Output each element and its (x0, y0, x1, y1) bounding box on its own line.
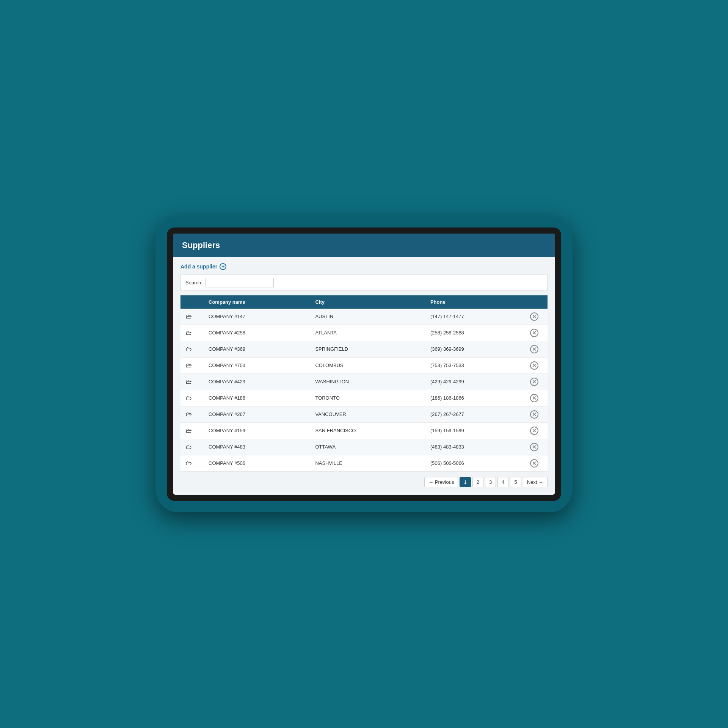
company-name-cell: COMPANY #483 (203, 439, 310, 455)
phone-cell: (753) 753-7533 (425, 357, 525, 373)
delete-button[interactable]: ✕ (530, 329, 538, 337)
add-supplier-label: Add a supplier (180, 264, 217, 270)
delete-button[interactable]: ✕ (530, 394, 538, 402)
company-name-cell: COMPANY #267 (203, 406, 310, 422)
col-phone: Phone (425, 295, 525, 309)
add-supplier-button[interactable]: Add a supplier + (180, 263, 226, 270)
table-row[interactable]: 🗁COMPANY #429WASHINGTON(429) 429-4299✕ (180, 373, 548, 390)
city-cell: TORONTO (310, 390, 425, 406)
delete-button[interactable]: ✕ (530, 427, 538, 435)
city-cell: NASHVILLE (310, 455, 425, 471)
delete-button[interactable]: ✕ (530, 345, 538, 353)
action-cell: ✕ (525, 325, 548, 341)
company-name-cell: COMPANY #186 (203, 390, 310, 406)
col-action (525, 295, 548, 309)
add-supplier-row: Add a supplier + (180, 263, 548, 270)
page-title: Suppliers (182, 240, 546, 250)
table-row[interactable]: 🗁COMPANY #147AUSTIN(147) 147-1477✕ (180, 309, 548, 325)
delete-button[interactable]: ✕ (530, 459, 538, 468)
action-cell: ✕ (525, 455, 548, 471)
phone-cell: (483) 483-4833 (425, 439, 525, 455)
folder-icon: 🗁 (180, 439, 203, 455)
previous-button[interactable]: ← Previous (424, 477, 458, 487)
city-cell: WASHINGTON (310, 373, 425, 390)
phone-cell: (186) 186-1866 (425, 390, 525, 406)
table-row[interactable]: 🗁COMPANY #483OTTAWA(483) 483-4833✕ (180, 439, 548, 455)
city-cell: VANCOUVER (310, 406, 425, 422)
col-icon (180, 295, 203, 309)
phone-cell: (159) 159-1599 (425, 422, 525, 439)
table-row[interactable]: 🗁COMPANY #186TORONTO(186) 186-1866✕ (180, 390, 548, 406)
page-1-button[interactable]: 1 (460, 477, 471, 487)
folder-icon: 🗁 (180, 373, 203, 390)
city-cell: OTTAWA (310, 439, 425, 455)
next-button[interactable]: Next → (523, 477, 548, 487)
company-name-cell: COMPANY #258 (203, 325, 310, 341)
action-cell: ✕ (525, 422, 548, 439)
folder-icon: 🗁 (180, 390, 203, 406)
page-4-button[interactable]: 4 (497, 477, 508, 487)
table-row[interactable]: 🗁COMPANY #267VANCOUVER(267) 267-2677✕ (180, 406, 548, 422)
phone-cell: (147) 147-1477 (425, 309, 525, 325)
action-cell: ✕ (525, 406, 548, 422)
folder-icon: 🗁 (180, 341, 203, 357)
company-name-cell: COMPANY #753 (203, 357, 310, 373)
company-name-cell: COMPANY #159 (203, 422, 310, 439)
page-3-button[interactable]: 3 (485, 477, 496, 487)
table-row[interactable]: 🗁COMPANY #369SPRINGFIELD(369) 369-3699✕ (180, 341, 548, 357)
action-cell: ✕ (525, 309, 548, 325)
pagination-row: ← Previous 1 2 3 4 5 Next → (180, 477, 548, 487)
folder-icon: 🗁 (180, 422, 203, 439)
delete-button[interactable]: ✕ (530, 312, 538, 321)
suppliers-table: Company name City Phone 🗁COMPANY #147AUS… (180, 295, 548, 472)
app-body: Add a supplier + Search: Company name (173, 257, 555, 495)
city-cell: ATLANTA (310, 325, 425, 341)
phone-cell: (506) 506-5066 (425, 455, 525, 471)
folder-icon: 🗁 (180, 455, 203, 471)
action-cell: ✕ (525, 341, 548, 357)
page-2-button[interactable]: 2 (472, 477, 483, 487)
action-cell: ✕ (525, 373, 548, 390)
company-name-cell: COMPANY #429 (203, 373, 310, 390)
col-city: City (310, 295, 425, 309)
app-window: Suppliers Add a supplier + Search: (173, 234, 555, 495)
folder-icon: 🗁 (180, 406, 203, 422)
col-company-name: Company name (203, 295, 310, 309)
plus-circle-icon: + (220, 263, 226, 270)
delete-button[interactable]: ✕ (530, 361, 538, 370)
action-cell: ✕ (525, 390, 548, 406)
company-name-cell: COMPANY #506 (203, 455, 310, 471)
folder-icon: 🗁 (180, 325, 203, 341)
phone-cell: (267) 267-2677 (425, 406, 525, 422)
search-label: Search: (185, 280, 202, 286)
page-5-button[interactable]: 5 (510, 477, 521, 487)
folder-icon: 🗁 (180, 357, 203, 373)
delete-button[interactable]: ✕ (530, 378, 538, 386)
device-frame: Suppliers Add a supplier + Search: (155, 216, 573, 512)
table-header-row: Company name City Phone (180, 295, 548, 309)
delete-button[interactable]: ✕ (530, 410, 538, 419)
phone-cell: (429) 429-4299 (425, 373, 525, 390)
table-row[interactable]: 🗁COMPANY #258ATLANTA(258) 258-2588✕ (180, 325, 548, 341)
table-row[interactable]: 🗁COMPANY #159SAN FRANCISCO(159) 159-1599… (180, 422, 548, 439)
company-name-cell: COMPANY #369 (203, 341, 310, 357)
app-header: Suppliers (173, 234, 555, 257)
city-cell: COLOMBUS (310, 357, 425, 373)
search-input[interactable] (206, 278, 274, 287)
phone-cell: (369) 369-3699 (425, 341, 525, 357)
action-cell: ✕ (525, 357, 548, 373)
phone-cell: (258) 258-2588 (425, 325, 525, 341)
device-screen: Suppliers Add a supplier + Search: (167, 228, 561, 501)
search-row: Search: (180, 275, 548, 291)
table-row[interactable]: 🗁COMPANY #753COLOMBUS(753) 753-7533✕ (180, 357, 548, 373)
city-cell: AUSTIN (310, 309, 425, 325)
city-cell: SPRINGFIELD (310, 341, 425, 357)
action-cell: ✕ (525, 439, 548, 455)
company-name-cell: COMPANY #147 (203, 309, 310, 325)
delete-button[interactable]: ✕ (530, 443, 538, 451)
folder-icon: 🗁 (180, 309, 203, 325)
table-row[interactable]: 🗁COMPANY #506NASHVILLE(506) 506-5066✕ (180, 455, 548, 471)
city-cell: SAN FRANCISCO (310, 422, 425, 439)
